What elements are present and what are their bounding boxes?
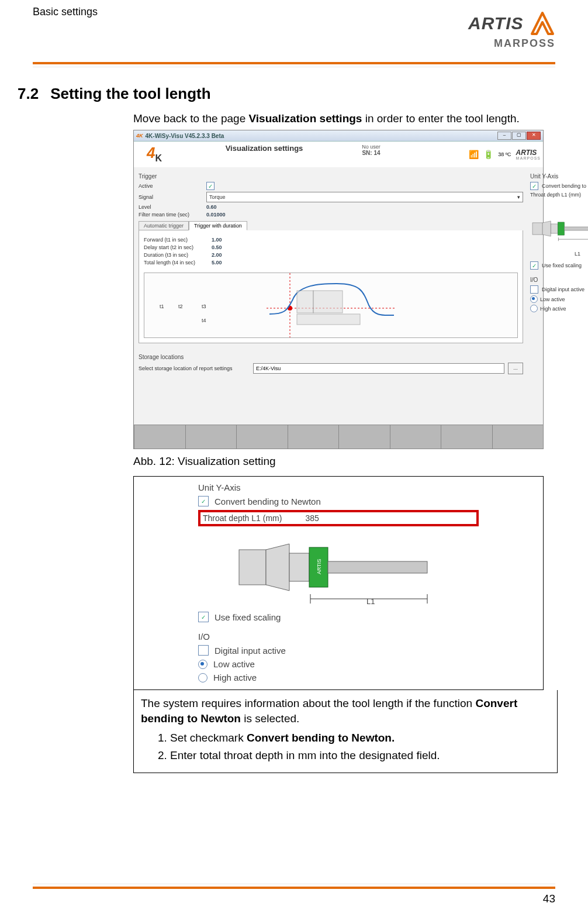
- close-button[interactable]: ✕: [527, 132, 541, 140]
- fixed-scaling-checkbox[interactable]: ✓: [530, 261, 538, 270]
- high-label: High active: [540, 306, 566, 312]
- instructions-box: The system requires information about th…: [133, 690, 558, 773]
- l1-label: L1: [575, 251, 580, 257]
- app-page-title: Visualization settings: [175, 142, 354, 167]
- svg-rect-16: [289, 553, 309, 581]
- highlight-throat-depth: Throat depth L1 (mm) 385: [198, 510, 479, 526]
- svg-marker-7: [542, 221, 551, 236]
- t4-value[interactable]: 5.00: [212, 260, 222, 266]
- section-heading: 7.2 Setting the tool length: [18, 85, 555, 103]
- t2-value[interactable]: 0.50: [212, 244, 222, 250]
- svg-rect-6: [532, 223, 542, 235]
- intro-pre: Move back to the page: [133, 112, 249, 125]
- filter-value[interactable]: 0.01000: [206, 212, 226, 218]
- digital-input-checkbox[interactable]: ✓: [530, 285, 538, 294]
- signal-value: Torque: [209, 194, 226, 200]
- svg-rect-8: [551, 224, 558, 233]
- graph-t4: t4: [202, 318, 206, 323]
- window-titlebar: 4K 4K-WiSy-Visu V45.2.3.3 Beta – ▢ ✕: [134, 130, 543, 142]
- low-label: Low active: [540, 296, 565, 302]
- svg-marker-15: [266, 544, 289, 591]
- tab-automatic-trigger[interactable]: Automatic trigger: [139, 221, 189, 230]
- header-rule: [33, 62, 555, 64]
- signal-select[interactable]: Torque ▾: [206, 192, 523, 202]
- logo: ARTIS MARPOSS: [468, 6, 555, 50]
- active-checkbox[interactable]: ✓: [206, 182, 215, 190]
- zoom-high-label: High active: [213, 673, 257, 682]
- app-logo-4k: 4K: [147, 145, 162, 163]
- svg-rect-10: [564, 227, 588, 230]
- t2-label: Delay start (t2 in sec): [144, 244, 208, 250]
- vendor-mini-logo: ARTIS MARPOSS: [516, 149, 541, 160]
- graph-t1: t1: [160, 304, 164, 309]
- svg-rect-19: [328, 561, 427, 573]
- t4-label: Total length (t4 in sec): [144, 260, 208, 266]
- level-label: Level: [139, 204, 203, 210]
- yaxis-panel: Unit Y-Axis ✓ Convert bending to Newton …: [530, 173, 588, 425]
- instr-line1-post: is selected.: [241, 712, 299, 725]
- svg-rect-14: [239, 550, 266, 585]
- t1-label: Forward (t1 in sec): [144, 237, 208, 243]
- zoom-screenshot: Unit Y-Axis ✓ Convert bending to Newton …: [133, 476, 544, 690]
- low-active-radio[interactable]: Low active: [530, 295, 588, 303]
- tab-trigger-duration[interactable]: Trigger with duration: [189, 221, 247, 230]
- zoom-l1-label: L1: [366, 597, 375, 606]
- logo-artis-icon: [530, 11, 555, 36]
- t3-value[interactable]: 2.00: [212, 252, 222, 258]
- user-status: No user SN: 14: [354, 142, 389, 167]
- battery-icon: 🔋: [483, 150, 493, 159]
- svg-rect-3: [297, 291, 313, 313]
- io-title: I/O: [530, 277, 588, 283]
- header-section-label: Basic settings: [33, 6, 98, 18]
- high-active-radio[interactable]: High active: [530, 305, 588, 312]
- browse-button[interactable]: ...: [508, 363, 523, 374]
- throat-label: Throat depth L1 (mm): [530, 192, 588, 198]
- t3-label: Duration (t3 in sec): [144, 252, 208, 258]
- section-number: 7.2: [18, 85, 39, 103]
- page-number: 43: [33, 892, 555, 905]
- no-user-label: No user: [354, 144, 389, 150]
- storage-path-input[interactable]: [253, 363, 504, 374]
- zoom-high-radio[interactable]: High active: [198, 673, 479, 682]
- svg-rect-5: [297, 314, 360, 325]
- app-footer-bar: [134, 425, 543, 449]
- maximize-button[interactable]: ▢: [512, 132, 526, 140]
- section-title: Setting the tool length: [50, 85, 210, 103]
- storage-label: Select storage location of report settin…: [139, 366, 250, 371]
- tool-diagram: L1: [530, 199, 588, 258]
- app-window: 4K 4K-WiSy-Visu V45.2.3.3 Beta – ▢ ✕ 4K …: [133, 130, 544, 449]
- zoom-low-label: Low active: [213, 659, 255, 669]
- zoom-tool-diagram: ARTIS L1: [198, 526, 479, 608]
- zoom-throat-value[interactable]: 385: [305, 513, 319, 523]
- graph-t3: t3: [202, 304, 206, 309]
- zoom-unit-title: Unit Y-Axis: [198, 482, 479, 492]
- zoom-fixed-checkbox[interactable]: ✓: [198, 612, 209, 622]
- zoom-io-title: I/O: [198, 632, 479, 642]
- zoom-digital-checkbox[interactable]: ✓: [198, 645, 209, 656]
- instr-step-2: Enter total throat depth in mm into the …: [170, 748, 550, 763]
- svg-rect-9: [558, 222, 564, 235]
- convert-checkbox[interactable]: ✓: [530, 182, 538, 190]
- zoom-low-radio[interactable]: Low active: [198, 659, 479, 669]
- zoom-fixed-label: Use fixed scaling: [215, 612, 281, 622]
- trigger-title: Trigger: [139, 173, 523, 180]
- svg-text:ARTIS: ARTIS: [316, 559, 322, 574]
- intro-bold: Visualization settings: [249, 112, 362, 125]
- app-toolbar: 4K Visualization settings No user SN: 14…: [134, 142, 543, 167]
- trigger-panel: Trigger Active ✓ Signal Torque ▾ Level 0…: [139, 173, 523, 425]
- storage-title: Storage locations: [139, 354, 523, 360]
- level-value[interactable]: 0.60: [206, 204, 217, 210]
- instr-step-1: Set checkmark Convert bending to Newton.: [170, 730, 550, 746]
- zoom-convert-checkbox[interactable]: ✓: [198, 496, 209, 506]
- trigger-graph: t1 t2 t3 t4: [144, 273, 518, 338]
- t1-value[interactable]: 1.00: [212, 237, 222, 243]
- step1-bold: Convert bending to Newton.: [247, 732, 395, 744]
- intro-paragraph: Move back to the page Visualization sett…: [133, 112, 546, 125]
- minimize-button[interactable]: –: [497, 132, 511, 140]
- step1-pre: Set checkmark: [170, 732, 247, 744]
- figure-caption: Abb. 12: Visualization setting: [133, 455, 546, 468]
- unit-yaxis-title: Unit Y-Axis: [530, 173, 588, 180]
- fixed-label: Use fixed scaling: [542, 263, 582, 268]
- zoom-digital-label: Digital input active: [215, 646, 286, 656]
- temperature: 38 ºC: [498, 151, 511, 157]
